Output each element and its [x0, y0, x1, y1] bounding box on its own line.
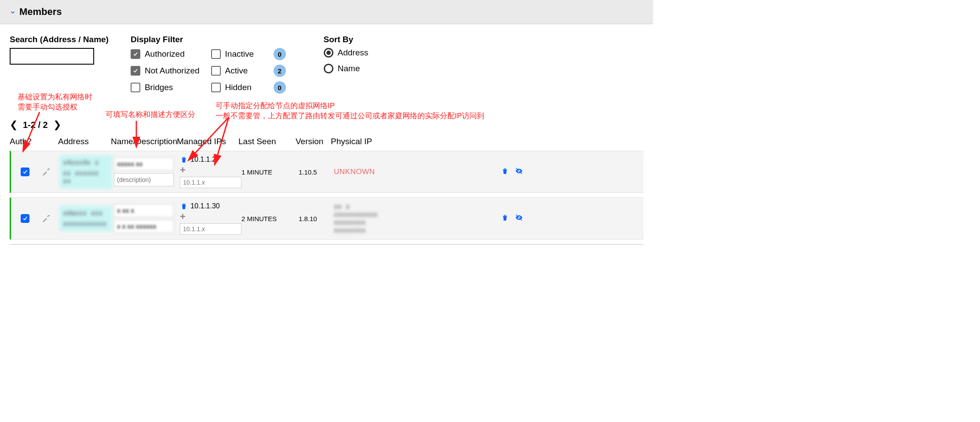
checkbox-icon [131, 66, 140, 76]
annotation-name: 可填写名称和描述方便区分 [106, 110, 195, 120]
plus-icon[interactable]: + [180, 165, 186, 175]
plus-icon[interactable]: + [180, 212, 186, 222]
radio-icon [324, 64, 333, 73]
sort-address[interactable]: Address [324, 48, 369, 58]
checkbox-icon [211, 66, 221, 76]
physical-ip: UNKNOWN [332, 166, 363, 178]
wrench-icon[interactable] [42, 214, 51, 224]
ip-input[interactable] [180, 223, 241, 235]
trash-icon[interactable] [180, 202, 188, 210]
trash-icon[interactable] [180, 156, 188, 164]
filter-label: Bridges [145, 83, 173, 92]
chevron-down-icon [10, 9, 16, 15]
annotation-auth: 基础设置为私有网络时 需要手动勾选授权 [18, 92, 92, 113]
col-version: Version [296, 137, 331, 146]
filter-bridges[interactable]: Bridges [131, 83, 200, 92]
pager: ❮ 1-2 / 2 ❯ [10, 119, 644, 131]
address-cell: x4xxx4x x xx xxxxxx xx [59, 155, 112, 189]
col-physip: Physical IP [331, 137, 362, 146]
filter-not-authorized[interactable]: Not Authorized [131, 66, 200, 76]
panel-title: Members [19, 6, 62, 18]
member-description-input[interactable] [114, 173, 174, 186]
search-block: Search (Address / Name) [10, 35, 109, 65]
wrench-icon[interactable] [42, 167, 51, 177]
divider [10, 244, 644, 245]
radio-icon [324, 48, 333, 58]
panel-header[interactable]: Members [0, 0, 653, 24]
inactive-count-badge: 0 [274, 48, 286, 60]
active-count-badge: 2 [274, 65, 286, 77]
hide-icon[interactable] [515, 167, 523, 177]
sort-label: Address [338, 48, 369, 58]
pager-next[interactable]: ❯ [53, 119, 61, 131]
col-auth: Auth? [10, 137, 58, 146]
filter-label: Hidden [225, 83, 252, 92]
col-ips: Managed IPs [177, 137, 238, 146]
checkbox-icon [131, 49, 140, 59]
hide-icon[interactable] [515, 214, 523, 223]
members-table: Auth? Address Name/Description Managed I… [10, 134, 644, 240]
table-row: xdaxxx xxx xxxxxxxxxxx 10.1.1.30 + 2 MIN… [10, 197, 644, 240]
filter-authorized[interactable]: Authorized [131, 49, 200, 59]
col-name: Name/Description [111, 137, 177, 146]
last-seen: 1 MINUTE [240, 167, 297, 178]
ip-value: 10.1.1.30 [190, 202, 220, 210]
pager-prev[interactable]: ❮ [10, 119, 18, 131]
search-label: Search (Address / Name) [10, 35, 109, 44]
filter-label: Authorized [145, 49, 185, 59]
trash-icon[interactable] [501, 214, 509, 223]
checkbox-icon [131, 83, 140, 92]
hidden-count-badge: 0 [274, 81, 286, 94]
member-name-input[interactable] [114, 204, 174, 217]
version: 1.8.10 [297, 213, 332, 224]
checkbox-icon [211, 49, 221, 59]
member-name-input[interactable] [114, 157, 174, 171]
ip-input[interactable] [180, 177, 241, 188]
table-header-row: Auth? Address Name/Description Managed I… [10, 134, 644, 151]
version: 1.10.5 [297, 167, 332, 178]
filter-inactive[interactable]: Inactive [211, 49, 268, 59]
panel-body: Search (Address / Name) Display Filter A… [0, 24, 653, 248]
auth-checkbox[interactable] [21, 214, 29, 223]
col-lastseen: Last Seen [238, 137, 296, 146]
pager-range: 1-2 / 2 [23, 120, 48, 130]
filter-label: Not Authorized [145, 66, 200, 76]
member-description-input[interactable] [114, 220, 174, 233]
auth-checkbox[interactable] [21, 167, 29, 176]
filter-label: Inactive [225, 49, 254, 59]
checkbox-icon [211, 83, 221, 92]
address-cell: xdaxxx xxx xxxxxxxxxxx [59, 206, 112, 231]
filter-active[interactable]: Active [211, 66, 268, 76]
ip-value: 10.1.1.2 [190, 156, 216, 164]
sort-block: Sort By Address Name [324, 35, 369, 80]
annotation-ip: 可手动指定分配给节点的虚拟网络IP 一般不需要管，上方配置了路由转发可通过公司或… [216, 101, 484, 121]
col-address: Address [58, 137, 111, 146]
filter-hidden[interactable]: Hidden [211, 83, 268, 92]
sort-name[interactable]: Name [324, 64, 369, 73]
display-filter-heading: Display Filter [131, 35, 297, 44]
sort-label: Name [338, 64, 360, 73]
filter-label: Active [225, 66, 248, 76]
physical-ip: xx x xxxxxxxxxxx xxxxxxxx xxxxxxxx [332, 201, 363, 236]
last-seen: 2 MINUTES [240, 213, 297, 224]
search-input[interactable] [10, 48, 94, 65]
display-filter-block: Display Filter Authorized Inactive 0 [131, 35, 297, 94]
table-row: x4xxx4x x xx xxxxxx xx 10.1.1.2 + 1 MINU… [10, 151, 644, 193]
sort-heading: Sort By [324, 35, 369, 44]
trash-icon[interactable] [501, 167, 509, 177]
